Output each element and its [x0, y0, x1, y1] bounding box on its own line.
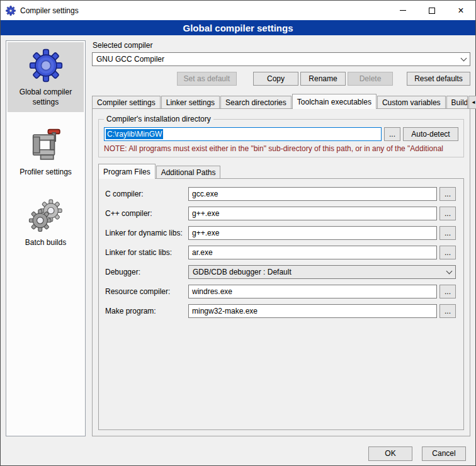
toolchain-executables-panel: Compiler's installation directory C:\ray…	[92, 108, 470, 436]
profiler-tool-icon	[29, 128, 63, 162]
dialog-banner: Global compiler settings	[1, 20, 475, 35]
rename-button[interactable]: Rename	[300, 72, 346, 86]
resource-compiler-label: Resource compiler:	[105, 287, 188, 296]
tab-program-files[interactable]: Program Files	[98, 164, 156, 179]
installation-directory-group: Compiler's installation directory C:\ray…	[98, 115, 464, 157]
tab-compiler-settings[interactable]: Compiler settings	[92, 96, 161, 109]
tab-custom-variables[interactable]: Custom variables	[377, 96, 446, 109]
selected-compiler-label: Selected compiler	[93, 41, 470, 50]
selected-compiler-combobox[interactable]: GNU GCC Compiler	[92, 52, 470, 66]
tab-toolchain-executables[interactable]: Toolchain executables	[292, 94, 377, 109]
dialog-body: Global compiler settings Profiler settin…	[1, 35, 475, 441]
close-icon: ×	[458, 6, 463, 16]
set-as-default-button: Set as default	[177, 72, 237, 86]
c-compiler-browse-button[interactable]: ...	[439, 187, 456, 201]
make-program-input[interactable]	[188, 304, 437, 318]
debugger-value: GDB/CDB debugger : Default	[193, 268, 447, 276]
compiler-settings-window: Compiler settings × Global compiler sett…	[0, 0, 476, 466]
selected-compiler-value: GNU GCC Compiler	[96, 55, 462, 64]
tab-search-directories[interactable]: Search directories	[220, 96, 292, 109]
settings-tabbar: Compiler settings Linker settings Search…	[92, 94, 470, 109]
chevron-down-icon	[461, 55, 467, 61]
minimize-button[interactable]	[388, 1, 417, 20]
tab-additional-paths[interactable]: Additional Paths	[156, 166, 221, 179]
debugger-label: Debugger:	[105, 268, 188, 276]
static-linker-input[interactable]	[188, 246, 437, 259]
titlebar: Compiler settings ×	[1, 1, 475, 20]
minimize-icon	[400, 10, 406, 11]
close-button[interactable]: ×	[446, 1, 475, 20]
reset-defaults-button[interactable]: Reset defaults	[407, 72, 470, 86]
c-compiler-label: C compiler:	[105, 190, 188, 198]
maximize-button[interactable]	[417, 1, 446, 20]
dynamic-linker-label: Linker for dynamic libs:	[105, 229, 188, 237]
sidebar-item-label: Global compiler settings	[9, 88, 82, 107]
gray-gears-icon	[28, 199, 64, 233]
c-compiler-input[interactable]	[188, 187, 437, 201]
sidebar-item-global-compiler-settings[interactable]: Global compiler settings	[8, 42, 84, 112]
sidebar-item-label: Batch builds	[25, 238, 66, 248]
debugger-combobox[interactable]: GDB/CDB debugger : Default	[188, 265, 456, 279]
bin-subdirectory-note: NOTE: All programs must exist either in …	[104, 144, 458, 153]
maximize-icon	[429, 8, 435, 14]
program-files-panel: C compiler: ... C++ compiler: ... Linker…	[98, 178, 464, 430]
static-linker-label: Linker for static libs:	[105, 248, 188, 257]
make-program-row: Make program: ...	[105, 304, 456, 318]
app-icon	[6, 6, 16, 16]
window-controls: ×	[388, 1, 475, 20]
sidebar-item-batch-builds[interactable]: Batch builds	[8, 193, 84, 253]
make-program-label: Make program:	[105, 307, 188, 315]
ok-button[interactable]: OK	[368, 446, 412, 461]
installation-directory-label: Compiler's installation directory	[104, 115, 213, 123]
delete-button: Delete	[348, 72, 393, 86]
copy-button[interactable]: Copy	[253, 72, 298, 86]
main-panel: Selected compiler GNU GCC Compiler Set a…	[92, 40, 470, 436]
installation-directory-input[interactable]: C:\raylib\MinGW	[104, 127, 382, 141]
make-program-browse-button[interactable]: ...	[439, 304, 456, 318]
blue-gear-icon	[29, 48, 63, 82]
resource-compiler-row: Resource compiler: ...	[105, 285, 456, 298]
tab-linker-settings[interactable]: Linker settings	[161, 96, 220, 109]
static-linker-row: Linker for static libs: ...	[105, 246, 456, 259]
arrow-left-icon: ◄	[471, 99, 476, 105]
banner-title: Global compiler settings	[183, 23, 293, 33]
dynamic-linker-input[interactable]	[188, 226, 437, 240]
dynamic-linker-row: Linker for dynamic libs: ...	[105, 226, 456, 240]
chevron-down-icon	[446, 268, 453, 274]
installation-directory-value: C:\raylib\MinGW	[106, 129, 163, 139]
cancel-button[interactable]: Cancel	[422, 446, 466, 461]
window-title: Compiler settings	[20, 6, 79, 15]
auto-detect-button[interactable]: Auto-detect	[403, 127, 458, 141]
cpp-compiler-input[interactable]	[188, 207, 437, 220]
c-compiler-row: C compiler: ...	[105, 187, 456, 201]
cpp-compiler-browse-button[interactable]: ...	[439, 207, 456, 220]
browse-directory-button[interactable]: ...	[384, 127, 400, 141]
resource-compiler-browse-button[interactable]: ...	[439, 285, 456, 298]
static-linker-browse-button[interactable]: ...	[439, 246, 456, 259]
resource-compiler-input[interactable]	[188, 285, 437, 298]
tab-scroll-controls: ◄ ►	[468, 96, 476, 109]
programs-tabbar: Program Files Additional Paths	[98, 164, 464, 179]
installation-directory-row: C:\raylib\MinGW ... Auto-detect	[104, 127, 458, 141]
sidebar-item-label: Profiler settings	[20, 168, 72, 178]
tab-scroll-left-button[interactable]: ◄	[468, 96, 476, 109]
settings-sidebar: Global compiler settings Profiler settin…	[6, 40, 86, 436]
compiler-button-row: Set as default Copy Rename Delete Reset …	[92, 72, 470, 86]
sidebar-item-profiler-settings[interactable]: Profiler settings	[8, 122, 84, 183]
tab-build-options[interactable]: Build	[446, 96, 468, 109]
dialog-footer: OK Cancel	[1, 441, 475, 465]
cpp-compiler-label: C++ compiler:	[105, 209, 188, 218]
dynamic-linker-browse-button[interactable]: ...	[439, 226, 456, 240]
cpp-compiler-row: C++ compiler: ...	[105, 207, 456, 220]
debugger-row: Debugger: GDB/CDB debugger : Default	[105, 265, 456, 279]
